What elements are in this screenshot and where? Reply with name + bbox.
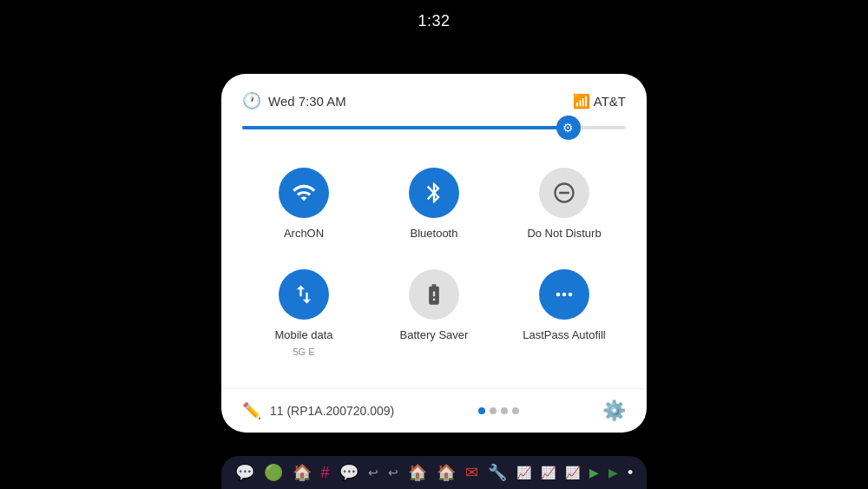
tile-mobiledata[interactable]: Mobile data 5G E [239, 255, 369, 371]
panel-footer: ✏️ 11 (RP1A.200720.009) ⚙️ [221, 388, 647, 433]
tile-lastpass[interactable]: LastPass Autofill [499, 255, 629, 371]
taskbar-home1[interactable]: 🏠 [293, 463, 312, 482]
tile-lastpass-label: LastPass Autofill [523, 328, 605, 343]
taskbar-chart3[interactable]: 📈 [565, 466, 580, 479]
taskbar-messages[interactable]: 💬 [339, 463, 358, 482]
footer-left: ✏️ 11 (RP1A.200720.009) [242, 401, 394, 420]
tile-batterysaver-label: Battery Saver [400, 328, 469, 343]
header-right: 📶 AT&T [573, 93, 626, 109]
svg-point-2 [569, 293, 573, 297]
tile-bluetooth[interactable]: Bluetooth [369, 154, 499, 255]
brightness-row[interactable]: ⚙ [221, 119, 647, 145]
tile-mobiledata-sublabel: 5G E [293, 347, 314, 357]
settings-icon[interactable]: ⚙️ [602, 400, 626, 422]
tile-bluetooth-icon [409, 168, 459, 218]
signal-icon: 📶 [573, 93, 590, 109]
taskbar-back1[interactable]: ↩ [368, 466, 378, 479]
page-dots [478, 407, 519, 414]
page-dot-4[interactable] [512, 407, 519, 414]
brightness-slider[interactable]: ⚙ [242, 126, 626, 129]
taskbar-chart1[interactable]: 📈 [516, 466, 531, 479]
tile-dnd[interactable]: Do Not Disturb [499, 154, 629, 255]
quick-settings-panel: 🕐 Wed 7:30 AM 📶 AT&T ⚙ A [221, 74, 647, 433]
page-dot-2[interactable] [490, 407, 496, 414]
taskbar-tool[interactable]: 🔧 [488, 463, 507, 482]
taskbar-gmail[interactable]: ✉ [465, 463, 478, 482]
panel-header: 🕐 Wed 7:30 AM 📶 AT&T [221, 74, 647, 119]
svg-point-1 [562, 293, 567, 297]
header-left: 🕐 Wed 7:30 AM [242, 91, 346, 110]
edit-icon[interactable]: ✏️ [242, 401, 261, 420]
brightness-icon: ⚙ [562, 121, 574, 135]
tile-batterysaver-icon [409, 269, 459, 320]
tile-lastpass-icon [539, 269, 589, 320]
taskbar-home2[interactable]: 🏠 [408, 463, 427, 482]
taskbar-chart2[interactable]: 📈 [541, 466, 556, 479]
taskbar-back2[interactable]: ↩ [388, 466, 398, 479]
header-datetime: Wed 7:30 AM [268, 94, 346, 109]
taskbar-slack[interactable]: # [321, 464, 330, 482]
tile-archon-icon [279, 168, 329, 218]
tile-archon[interactable]: ArchON [239, 154, 369, 255]
page-dot-3[interactable] [501, 407, 508, 414]
carrier-name: AT&T [594, 94, 626, 109]
build-info: 11 (RP1A.200720.009) [270, 404, 394, 418]
tile-mobiledata-icon [279, 269, 329, 320]
brightness-fill [242, 126, 569, 129]
taskbar-dot: • [628, 464, 633, 482]
taskbar-play1[interactable]: ▶ [589, 466, 599, 479]
tile-bluetooth-label: Bluetooth [411, 227, 458, 241]
taskbar-play2[interactable]: ▶ [608, 466, 618, 479]
taskbar-home3[interactable]: 🏠 [437, 463, 456, 482]
tile-mobiledata-label: Mobile data [274, 328, 332, 343]
quick-tiles-grid: ArchON Bluetooth Do Not Disturb [221, 145, 647, 388]
top-time: 1:32 [418, 12, 450, 30]
tile-dnd-icon [539, 168, 589, 218]
taskbar-whatsapp[interactable]: 💬 [235, 463, 254, 482]
brightness-thumb[interactable]: ⚙ [556, 116, 581, 140]
page-dot-1[interactable] [478, 407, 485, 414]
tile-archon-label: ArchON [284, 227, 324, 241]
tile-batterysaver[interactable]: Battery Saver [369, 255, 499, 371]
taskbar-maps[interactable]: 🟢 [264, 463, 283, 482]
svg-point-0 [556, 293, 561, 297]
taskbar: 💬 🟢 🏠 # 💬 ↩ ↩ 🏠 🏠 ✉ 🔧 📈 📈 📈 ▶ ▶ • [221, 456, 647, 489]
alarm-icon: 🕐 [242, 91, 261, 110]
tile-dnd-label: Do Not Disturb [527, 227, 601, 241]
brightness-track: ⚙ [242, 126, 626, 129]
